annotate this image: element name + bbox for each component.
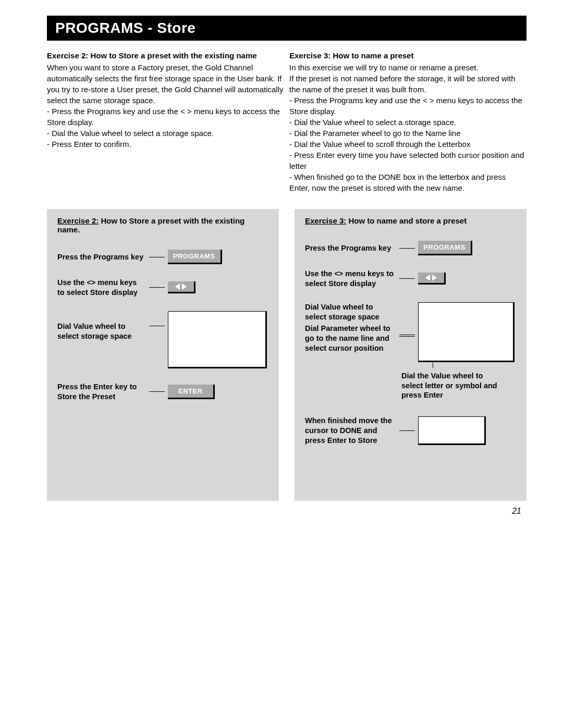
display-box: [168, 311, 267, 368]
step-label: Dial Value wheel to select storage space: [305, 302, 396, 322]
arrow-buttons: [168, 281, 195, 293]
step-dial-group: Dial Value wheel to select storage space…: [305, 302, 516, 401]
ex3-heading: Exercise 3: How to name a preset: [289, 50, 527, 61]
ex2-heading: Exercise 2: How to Store a preset with t…: [47, 50, 284, 61]
step-label: Use the <> menu keys to select Store dis…: [57, 278, 146, 298]
ex3-bullet: - Dial the Value wheel to select a stora…: [289, 117, 527, 128]
connector-line: [149, 257, 165, 257]
display-box: [418, 302, 515, 362]
step-programs-key: Press the Programs key PROGRAMS: [305, 241, 516, 255]
connector-line: [149, 391, 165, 392]
ex3-bullet: - Press the Programs key and use the < >…: [289, 95, 527, 117]
connector-line: [399, 278, 415, 279]
programs-button: PROGRAMS: [168, 250, 222, 264]
step-label: Press the Programs key: [57, 252, 146, 262]
ex3-paragraph: In this exercise we will try to name or …: [289, 62, 527, 73]
ex3-bullet: - Dial the Value wheel to scroll through…: [289, 139, 527, 150]
diagram-title: Exercise 2: How to Store a preset with t…: [57, 216, 268, 234]
exercise-3-diagram: Exercise 3: How to name and store a pres…: [295, 209, 527, 501]
left-arrow-icon: [175, 283, 180, 290]
enter-button: ENTER: [168, 385, 215, 399]
step-done: When finished move the cursor to DONE an…: [305, 416, 516, 446]
step-caption: Dial the Value wheel to select letter or…: [401, 371, 506, 401]
connector-line: [399, 336, 415, 337]
intro-text: Exercise 2: How to Store a preset with t…: [47, 50, 527, 193]
step-label: When finished move the cursor to DONE an…: [305, 416, 396, 446]
display-box: [418, 416, 486, 445]
connector-line: [149, 287, 165, 288]
step-label: Dial Value wheel to select storage space: [57, 322, 146, 341]
intro-right: Exercise 3: How to name a preset In this…: [289, 50, 527, 193]
step-label: Use the <> menu keys to select Store dis…: [305, 269, 396, 289]
ex3-bullet: - Press Enter every time you have select…: [289, 150, 527, 171]
step-menu-keys: Use the <> menu keys to select Store dis…: [57, 278, 268, 298]
step-label: Press the Programs key: [305, 243, 396, 253]
exercise-2-diagram: Exercise 2: How to Store a preset with t…: [47, 209, 279, 501]
right-arrow-icon: [432, 275, 437, 281]
intro-left: Exercise 2: How to Store a preset with t…: [47, 50, 284, 193]
ex2-paragraph: When you want to store a Factory preset,…: [47, 62, 284, 106]
page-number: 21: [512, 507, 521, 516]
step-press-enter: Press the Enter key to Store the Preset …: [57, 382, 268, 402]
connector-line: [433, 363, 433, 368]
right-arrow-icon: [182, 283, 187, 290]
step-dial-value: Dial Value wheel to select storage space: [57, 311, 268, 368]
ex2-bullet: - Press Enter to confirm.: [47, 139, 284, 150]
ex3-bullet: - When finished go to the DONE box in th…: [289, 171, 527, 193]
connector-line: [399, 335, 415, 335]
ex2-bullet: - Press the Programs key and use the < >…: [47, 106, 284, 128]
connector-line: [399, 248, 415, 249]
ex3-bullet: - Dial the Parameter wheel to go to the …: [289, 128, 527, 139]
left-arrow-icon: [425, 275, 430, 281]
programs-button: PROGRAMS: [418, 241, 472, 255]
step-programs-key: Press the Programs key PROGRAMS: [57, 250, 268, 264]
ex2-bullet: - Dial the Value wheel to select a stora…: [47, 128, 284, 139]
arrow-buttons: [418, 273, 446, 285]
title-bar: PROGRAMS - Store: [47, 16, 527, 41]
diagram-title: Exercise 3: How to name and store a pres…: [305, 216, 516, 225]
connector-line: [149, 326, 165, 326]
step-label: Press the Enter key to Store the Preset: [57, 382, 146, 402]
ex3-paragraph: If the preset is not named before the st…: [289, 73, 527, 95]
step-label: Dial Parameter wheel to go to the name l…: [305, 324, 396, 353]
connector-line: [399, 430, 415, 431]
step-menu-keys: Use the <> menu keys to select Store dis…: [305, 269, 516, 289]
